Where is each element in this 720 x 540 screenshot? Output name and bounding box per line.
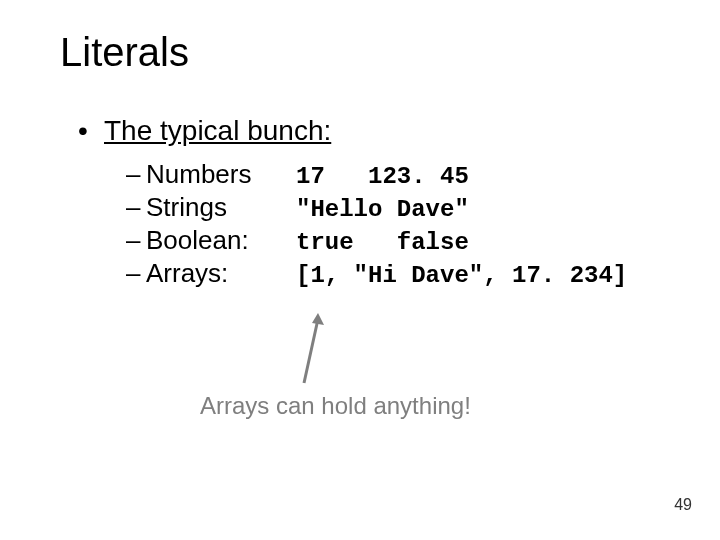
caption-text: Arrays can hold anything! <box>200 392 471 420</box>
arrow-icon <box>296 313 324 385</box>
literal-label: Strings <box>146 192 296 223</box>
literal-label: Boolean: <box>146 225 296 256</box>
list-item: – Strings "Hello Dave" <box>126 192 670 223</box>
svg-marker-1 <box>312 313 324 325</box>
dash-icon: – <box>126 159 146 190</box>
dash-icon: – <box>126 225 146 256</box>
literal-label: Numbers <box>146 159 296 190</box>
literal-code: "Hello Dave" <box>296 196 469 223</box>
bullet-heading: The typical bunch: <box>78 115 670 147</box>
list-item: – Arrays: [1, "Hi Dave", 17. 234] <box>126 258 670 289</box>
literal-code: true false <box>296 229 469 256</box>
literal-list: – Numbers 17 123. 45 – Strings "Hello Da… <box>126 159 670 289</box>
svg-line-0 <box>304 319 318 383</box>
dash-icon: – <box>126 192 146 223</box>
page-number: 49 <box>674 496 692 514</box>
slide-title: Literals <box>60 30 670 75</box>
literal-label: Arrays: <box>146 258 296 289</box>
literal-code: [1, "Hi Dave", 17. 234] <box>296 262 627 289</box>
list-item: – Boolean: true false <box>126 225 670 256</box>
literal-code: 17 123. 45 <box>296 163 469 190</box>
list-item: – Numbers 17 123. 45 <box>126 159 670 190</box>
dash-icon: – <box>126 258 146 289</box>
slide: Literals The typical bunch: – Numbers 17… <box>0 0 720 540</box>
